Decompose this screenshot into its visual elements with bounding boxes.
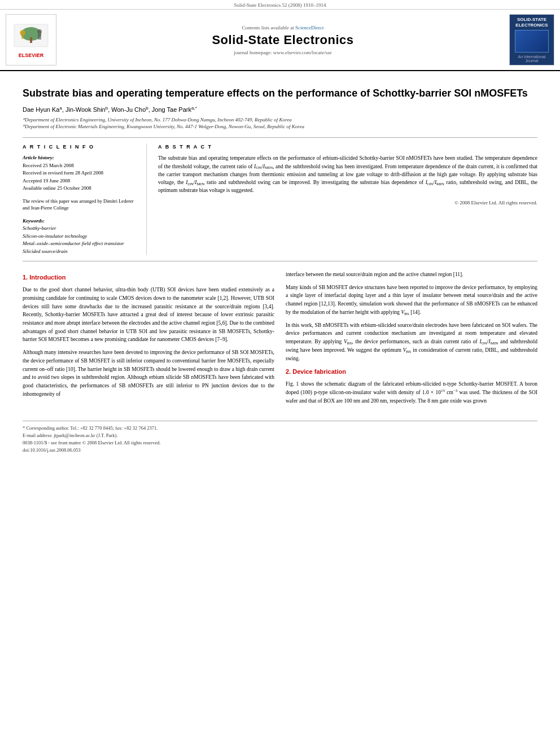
elsevier-logo: ELSEVIER [6, 14, 56, 65]
abstract-text: The substrate bias and operating tempera… [158, 154, 537, 194]
journal-homepage: journal homepage: www.elsevier.com/locat… [234, 50, 331, 55]
journal-reference-bar: Solid-State Electronics 52 (2008) 1910–1… [0, 0, 560, 10]
right-para-1: interface between the metal source/drain… [286, 270, 537, 279]
elsevier-text: ELSEVIER [19, 53, 44, 58]
received-revised-date: Received in revised form 28 April 2008 [23, 169, 138, 177]
svg-rect-6 [38, 34, 41, 40]
right-para-2: Many kinds of SB MOSFET device structure… [286, 283, 537, 317]
svg-rect-2 [30, 37, 32, 43]
keyword-3: Metal–oxide–semiconductor field effect t… [23, 240, 138, 248]
author-2: Jin-Wook Shinb [65, 106, 108, 113]
journal-reference: Solid-State Electronics 52 (2008) 1910–1… [234, 2, 326, 8]
copyright-note: © 2008 Elsevier Ltd. All rights reserved… [158, 199, 537, 207]
review-note: The review of this paper was arranged by… [23, 198, 138, 212]
journal-cover-image: SOLID-STATEELECTRONICS An InternationalJ… [509, 14, 554, 65]
journal-center: Contents lists available at ScienceDirec… [62, 14, 504, 65]
section1-heading: 1. Introduction [23, 273, 274, 282]
keyword-4: Silicided source/drain [23, 248, 138, 256]
authors-line: Dae Hyun Kaa, Jin-Wook Shinb, Won-Ju Cho… [23, 106, 537, 113]
body-content: 1. Introduction Due to the good short ch… [23, 270, 537, 409]
journal-title: Solid-State Electronics [212, 33, 353, 47]
abstract-column: A B S T R A C T The substrate bias and o… [158, 143, 537, 255]
email-line: E-mail address: jtpark@incheon.ac.kr (J.… [23, 432, 537, 439]
abstract-label: A B S T R A C T [158, 143, 537, 151]
affiliations: ᵃDepartment of Electronics Engineering, … [23, 116, 537, 130]
footnote-star: * Corresponding author. Tel.: +82 32 770… [23, 425, 537, 432]
article-info-column: A R T I C L E I N F O Article history: R… [23, 143, 147, 255]
issn-line: 0038-1101/$ - see front matter © 2008 El… [23, 439, 537, 447]
svg-rect-4 [21, 36, 24, 39]
history-label: Article history: [23, 154, 138, 162]
doi-line: doi:10.1016/j.sse.2008.06.053 [23, 447, 537, 454]
intro-para-1: Due to the good short channel behavior, … [23, 286, 274, 344]
journal-header: ELSEVIER Contents lists available at Sci… [0, 10, 560, 71]
affiliation-b: ᵇDepartment of Electronic Materials Engi… [23, 123, 537, 130]
section2-para-1: Fig. 1 shows the schematic diagram of th… [286, 380, 537, 405]
cover-decoration [515, 30, 549, 53]
body-left-column: 1. Introduction Due to the good short ch… [23, 270, 274, 409]
keyword-1: Schottky-barrier [23, 225, 138, 233]
received-date: Received 25 March 2008 [23, 162, 138, 170]
accepted-date: Accepted 19 June 2008 [23, 177, 138, 185]
author-3: Won-Ju Chob [111, 106, 148, 113]
article-info-label: A R T I C L E I N F O [23, 143, 138, 151]
keywords-section: Keywords: Schottky-barrier Silicon-on-in… [23, 217, 138, 256]
right-para-3: In this work, SB nMOSFETs with erbium-si… [286, 321, 537, 363]
sciencedirect-link: Contents lists available at ScienceDirec… [242, 25, 324, 30]
available-date: Available online 25 October 2008 [23, 185, 138, 193]
body-right-column: interface between the metal source/drain… [286, 270, 537, 409]
svg-point-5 [37, 29, 42, 34]
author-1: Dae Hyun Kaa [23, 106, 62, 113]
article-title: Substrate bias and operating temperature… [23, 87, 537, 100]
keyword-2: Silicon-on-insulator technology [23, 233, 138, 241]
sciencedirect-text: ScienceDirect [295, 25, 323, 30]
keywords-label: Keywords: [23, 217, 138, 225]
section2-heading: 2. Device fabrication [286, 367, 537, 377]
article-content: Substrate bias and operating temperature… [0, 71, 560, 459]
intro-para-2: Although many intensive researches have … [23, 348, 274, 398]
author-4: Jong Tae Parka,* [152, 106, 197, 113]
svg-point-3 [20, 30, 25, 36]
article-footer: * Corresponding author. Tel.: +82 32 770… [23, 421, 537, 453]
info-abstract-section: A R T I C L E I N F O Article history: R… [23, 137, 537, 261]
affiliation-a: ᵃDepartment of Electronics Engineering, … [23, 116, 537, 124]
